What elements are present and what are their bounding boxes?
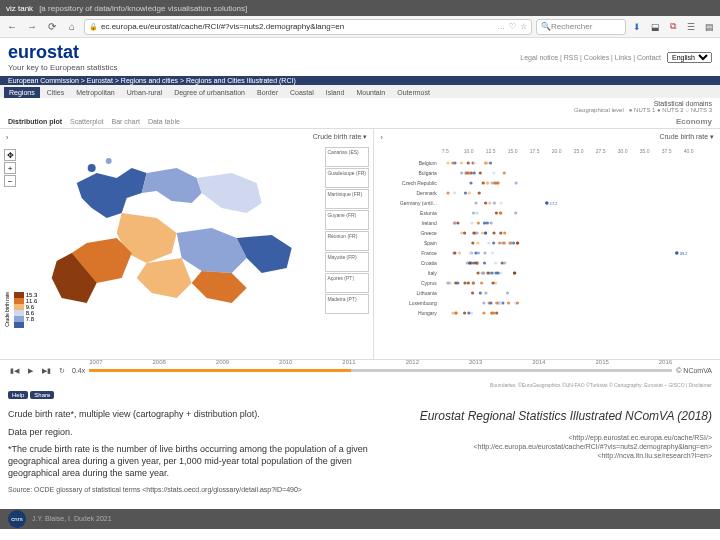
svg-point-158: [447, 281, 450, 284]
svg-text:Greece: Greece: [421, 230, 438, 236]
svg-point-76: [476, 211, 479, 214]
speed-label: 0.4x: [72, 367, 85, 374]
home-icon[interactable]: ⌂: [64, 19, 80, 35]
svg-point-47: [468, 171, 471, 174]
svg-point-146: [500, 271, 503, 274]
zoom-out-icon[interactable]: −: [4, 175, 16, 187]
island-inset[interactable]: Guyane (FR): [325, 210, 369, 230]
svg-point-44: [473, 171, 476, 174]
time-slider[interactable]: 2007200820092010201120122013201420152016: [89, 369, 672, 372]
tab-metropolitan[interactable]: Metropolitan: [71, 87, 120, 98]
svg-point-80: [471, 221, 474, 224]
zoom-in-icon[interactable]: +: [4, 162, 16, 174]
download-icon[interactable]: ⬇: [630, 20, 644, 34]
tab-island[interactable]: Island: [321, 87, 350, 98]
island-inset[interactable]: Canarias (ES): [325, 147, 369, 167]
pan-icon[interactable]: ✥: [4, 149, 16, 161]
svg-point-114: [458, 251, 461, 254]
breadcrumb[interactable]: European Commission > Eurostat > Regions…: [0, 76, 720, 85]
svg-point-42: [493, 171, 496, 174]
ext-icon-4[interactable]: ▤: [702, 20, 716, 34]
svg-point-62: [453, 191, 456, 194]
svg-point-75: [495, 211, 498, 214]
share-button[interactable]: Share: [30, 391, 54, 399]
island-inset[interactable]: Guadeloupe (FR): [325, 168, 369, 188]
svg-text:17.2: 17.2: [550, 201, 559, 206]
svg-point-133: [483, 261, 486, 264]
eurostat-logo[interactable]: eurostat Your key to European statistics: [8, 42, 118, 72]
tab-bar[interactable]: Bar chart: [112, 118, 140, 125]
forward-icon[interactable]: →: [24, 19, 40, 35]
ext-icon-2[interactable]: ⧉: [666, 20, 680, 34]
svg-text:10.0: 10.0: [464, 148, 474, 154]
svg-point-79: [457, 221, 460, 224]
tab-regions[interactable]: Regions: [4, 87, 40, 98]
search-icon: 🔍: [541, 22, 551, 31]
svg-point-181: [452, 311, 455, 314]
svg-point-149: [467, 281, 470, 284]
tab-urban-rural[interactable]: Urban-rural: [122, 87, 167, 98]
tab-mountain[interactable]: Mountain: [351, 87, 390, 98]
island-inset[interactable]: Martinique (FR): [325, 189, 369, 209]
svg-point-50: [515, 181, 518, 184]
prev-icon[interactable]: ▮◀: [8, 365, 20, 377]
svg-point-119: [484, 251, 487, 254]
svg-point-121: [454, 251, 457, 254]
bookmark-icon[interactable]: ♡: [509, 22, 516, 31]
svg-point-161: [485, 291, 488, 294]
map-panel: › Crude birth rate ▾ ✥ + − Crude birth r…: [0, 129, 374, 359]
island-insets: Canarias (ES)Guadeloupe (FR)Martinique (…: [325, 147, 369, 314]
island-inset[interactable]: Açores (PT): [325, 273, 369, 293]
search-input[interactable]: 🔍 Rechercher: [536, 19, 626, 35]
svg-point-67: [489, 201, 492, 204]
ext-icon-1[interactable]: ⬓: [648, 20, 662, 34]
choropleth-map[interactable]: [2, 143, 371, 323]
tab-distribution[interactable]: Distribution plot: [8, 118, 62, 125]
plot-var-dropdown[interactable]: Crude birth rate ▾: [659, 133, 714, 141]
svg-point-86: [477, 221, 480, 224]
url-input[interactable]: 🔒 ec.europa.eu/eurostat/cache/RCI/#?vis=…: [84, 19, 532, 35]
tab-cities[interactable]: Cities: [42, 87, 70, 98]
svg-point-30: [467, 161, 470, 164]
chevron-right-icon[interactable]: ›: [380, 134, 382, 141]
map-var-dropdown[interactable]: Crude birth rate ▾: [313, 133, 368, 141]
play-icon[interactable]: ▶: [24, 365, 36, 377]
tab-table[interactable]: Data table: [148, 118, 180, 125]
next-icon[interactable]: ▶▮: [40, 365, 52, 377]
svg-point-148: [497, 271, 500, 274]
svg-point-38: [489, 161, 492, 164]
page-actions-icon[interactable]: …: [497, 22, 505, 31]
tab-border[interactable]: Border: [252, 87, 283, 98]
region-tabs: RegionsCitiesMetropolitanUrban-ruralDegr…: [0, 85, 720, 98]
loop-icon[interactable]: ↻: [56, 365, 68, 377]
back-icon[interactable]: ←: [4, 19, 20, 35]
svg-text:Germany (until...: Germany (until...: [400, 200, 437, 206]
svg-point-172: [495, 301, 498, 304]
distribution-plot[interactable]: 7.510.012.515.017.520.025.027.530.035.03…: [376, 143, 718, 323]
island-inset[interactable]: Mayotte (FR): [325, 252, 369, 272]
island-inset[interactable]: Réunion (FR): [325, 231, 369, 251]
svg-text:Cyprus: Cyprus: [421, 280, 437, 286]
svg-point-101: [503, 241, 506, 244]
svg-point-61: [464, 191, 467, 194]
svg-point-140: [477, 271, 480, 274]
svg-point-94: [476, 231, 479, 234]
economy-dropdown[interactable]: Economy: [676, 117, 712, 126]
tab-scatter[interactable]: Scatterplot: [70, 118, 103, 125]
svg-text:37.5: 37.5: [662, 148, 672, 154]
tab-degree-of-urbanisation[interactable]: Degree of urbanisation: [169, 87, 250, 98]
svg-text:Hungary: Hungary: [418, 310, 437, 316]
island-inset[interactable]: Madeira (PT): [325, 294, 369, 314]
svg-point-117: [469, 251, 472, 254]
tab-coastal[interactable]: Coastal: [285, 87, 319, 98]
chevron-left-icon[interactable]: ›: [6, 134, 8, 141]
tab-outermost[interactable]: Outermost: [392, 87, 435, 98]
help-button[interactable]: Help: [8, 391, 28, 399]
lang-select[interactable]: English: [667, 52, 712, 63]
ext-icon-3[interactable]: ☰: [684, 20, 698, 34]
star-icon[interactable]: ☆: [520, 22, 527, 31]
svg-point-118: [475, 251, 478, 254]
reload-icon[interactable]: ⟳: [44, 19, 60, 35]
svg-point-155: [492, 281, 495, 284]
svg-point-130: [503, 261, 506, 264]
